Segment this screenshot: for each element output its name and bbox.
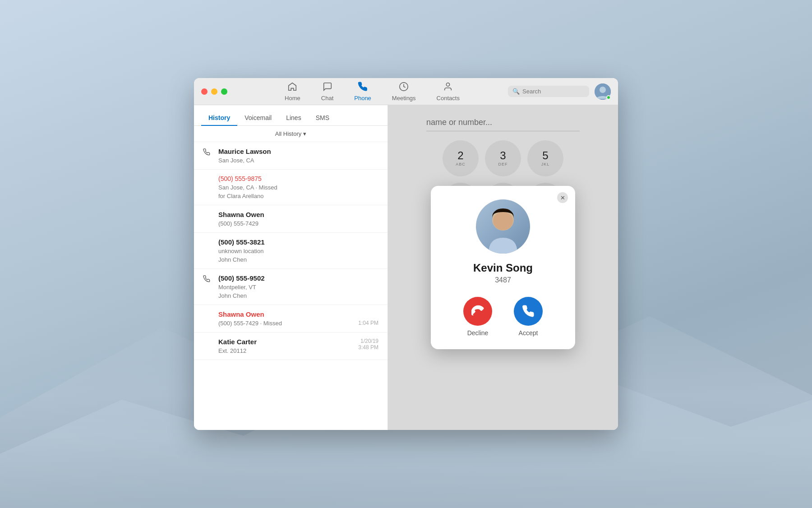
list-item[interactable]: (500) 555-3821 unknown location John Che… [194, 233, 388, 269]
list-item[interactable]: (500) 555-9875 San Jose, CA · Missed for… [194, 170, 388, 205]
list-item[interactable]: Maurice Lawson San Jose, CA [194, 142, 388, 170]
caller-info: unknown location [218, 248, 374, 254]
decline-button[interactable]: Decline [463, 297, 492, 337]
caller-name: Shawna Owen [218, 310, 354, 318]
decline-label: Decline [467, 329, 489, 337]
caller-location: (500) 555-7429 [218, 220, 374, 227]
online-status-dot [606, 95, 611, 100]
caller-name: Shawna Owen [218, 211, 374, 218]
caller-number: (500) 555-3821 [218, 238, 374, 246]
modal-close-button[interactable]: ✕ [557, 192, 568, 203]
subtab-lines[interactable]: Lines [279, 111, 308, 126]
phone-icon [203, 274, 214, 284]
maximize-button[interactable] [221, 88, 227, 95]
tab-chat-label: Chat [321, 95, 333, 102]
subtab-history[interactable]: History [201, 111, 237, 126]
caller-number: (500) 555-9875 [218, 175, 374, 182]
svg-point-5 [493, 212, 513, 230]
caller-extra: for Clara Arellano [218, 193, 374, 199]
chevron-down-icon: ▾ [303, 130, 306, 137]
close-button[interactable] [201, 88, 208, 95]
caller-extra: John Chen [218, 256, 374, 263]
tab-contacts[interactable]: Contacts [433, 80, 463, 103]
incoming-caller-name: Kevin Song [473, 262, 533, 274]
list-item[interactable]: Katie Carter Ext. 20112 1/20/19 3:48 PM [194, 333, 388, 360]
accept-label: Accept [519, 329, 538, 337]
tab-chat[interactable]: Chat [318, 80, 337, 103]
tab-home-label: Home [285, 95, 300, 102]
nav-tabs: Home Chat Phone [236, 80, 508, 103]
tab-contacts-label: Contacts [437, 95, 460, 102]
app-window: Home Chat Phone [194, 78, 618, 430]
caller-name: Katie Carter [218, 338, 354, 346]
tab-meetings[interactable]: Meetings [388, 80, 420, 103]
search-bar[interactable]: 🔍 [508, 86, 589, 97]
caller-info: San Jose, CA · Missed [218, 184, 374, 191]
call-actions: Decline Accept [463, 297, 543, 337]
sub-tabs: History Voicemail Lines SMS [194, 105, 388, 126]
tab-phone[interactable]: Phone [351, 80, 375, 103]
caller-photo [476, 199, 530, 254]
subtab-voicemail[interactable]: Voicemail [237, 111, 279, 126]
accept-circle [514, 297, 543, 326]
caller-info: Montpelier, VT [218, 284, 374, 291]
right-panel: 2 ABC 3 DEF 5 JKL 6 MNO 8 TUV [388, 105, 618, 430]
svg-point-1 [447, 83, 450, 86]
list-item[interactable]: Shawna Owen (500) 555-7429 · Missed 1:04… [194, 305, 388, 333]
home-icon [287, 82, 297, 93]
caller-name: Maurice Lawson [218, 148, 374, 155]
history-filter-label: All History [275, 130, 302, 137]
decline-circle [463, 297, 492, 326]
avatar-wrapper[interactable] [595, 83, 611, 100]
call-time: 3:48 PM [358, 344, 378, 351]
incoming-call-modal: ✕ Kev [431, 186, 575, 349]
call-list: Maurice Lawson San Jose, CA (500) 555-98… [194, 142, 388, 430]
main-area: History Voicemail Lines SMS All History … [194, 105, 618, 430]
contacts-icon [443, 82, 453, 93]
caller-info: (500) 555-7429 · Missed [218, 320, 354, 327]
svg-point-3 [600, 87, 606, 93]
modal-overlay: ✕ Kev [388, 105, 618, 430]
tab-meetings-label: Meetings [392, 95, 416, 102]
caller-location: San Jose, CA [218, 157, 374, 164]
search-input[interactable] [522, 88, 585, 95]
tab-phone-label: Phone [354, 95, 371, 102]
history-filter[interactable]: All History ▾ [194, 126, 388, 142]
search-icon: 🔍 [512, 88, 520, 95]
call-time: 1:04 PM [358, 320, 378, 326]
caller-extra: John Chen [218, 292, 374, 299]
chat-icon [323, 82, 332, 93]
caller-info: Ext. 20112 [218, 347, 354, 354]
left-panel: History Voicemail Lines SMS All History … [194, 105, 388, 430]
title-bar: Home Chat Phone [194, 78, 618, 105]
phone-icon [203, 148, 214, 157]
traffic-lights [201, 88, 227, 95]
incoming-caller-ext: 3487 [495, 276, 511, 284]
tab-home[interactable]: Home [281, 80, 304, 103]
subtab-sms[interactable]: SMS [309, 111, 337, 126]
meetings-icon [399, 82, 409, 93]
phone-icon [358, 82, 368, 93]
list-item[interactable]: (500) 555-9502 Montpelier, VT John Chen [194, 269, 388, 305]
call-date: 1/20/19 [358, 338, 378, 344]
accept-button[interactable]: Accept [514, 297, 543, 337]
list-item[interactable]: Shawna Owen (500) 555-7429 [194, 205, 388, 233]
caller-number: (500) 555-9502 [218, 274, 374, 282]
minimize-button[interactable] [211, 88, 217, 95]
